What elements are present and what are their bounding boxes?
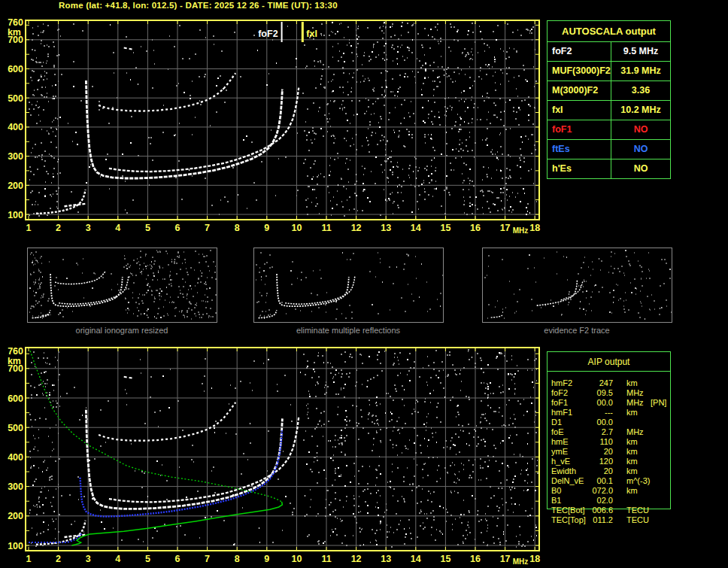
aip-row-hme: hmE110km xyxy=(547,437,678,447)
trace-green_top xyxy=(30,351,282,502)
autoscala-row-fof1: foF1NO xyxy=(548,120,670,140)
aip-row-hve: h_vE120km xyxy=(547,457,678,466)
aip-row-foe: foE2.7MHz xyxy=(547,427,678,437)
thumbnail-noise-white xyxy=(29,260,211,317)
parameter-name: D1 xyxy=(551,418,562,427)
x-tick-label: 12 xyxy=(351,223,362,233)
parameter-value: 247 xyxy=(566,378,613,387)
parameter-value: NO xyxy=(611,120,670,139)
autoscala-row-m3000f2: M(3000)F23.36 xyxy=(548,81,670,101)
parameter-label: MUF(3000)F2 xyxy=(548,62,611,80)
aip-row-fof2: foF209.5MHz xyxy=(547,388,678,398)
x-tick-label: 8 xyxy=(235,554,240,564)
x-tick-label: 7 xyxy=(205,554,210,564)
grid-lines xyxy=(26,21,538,219)
y-tick-label: 500 xyxy=(8,93,23,104)
autoscala-row-muf3000f2: MUF(3000)F231.9 MHz xyxy=(548,62,670,81)
y-tick-label: 200 xyxy=(8,511,23,521)
parameter-unit: m^(-3) xyxy=(626,476,650,485)
thumbnail-trace-Xrise xyxy=(561,281,583,300)
parameter-value: 9.5 MHz xyxy=(611,42,670,61)
aip-row-b0: B0072.0km xyxy=(547,486,678,496)
thumbnail-trace-E xyxy=(259,310,277,318)
parameter-value: 2.7 xyxy=(566,427,613,436)
y-tick-label: 400 xyxy=(8,452,23,463)
parameter-value: NO xyxy=(611,140,670,159)
x-tick-label: 15 xyxy=(440,554,450,564)
parameter-name: foE xyxy=(551,427,564,436)
thumbnail-trace-X xyxy=(59,276,129,304)
trace-hop2 xyxy=(99,402,235,441)
y-tick-label: 600 xyxy=(8,64,23,74)
parameter-value: 00.0 xyxy=(566,418,613,427)
trace-dash_high xyxy=(124,48,133,50)
thumbnail-trace-O xyxy=(277,274,349,306)
marker-label-foF2: foF2 xyxy=(258,29,278,39)
parameter-unit: km xyxy=(626,437,638,446)
parameter-value: 10.2 MHz xyxy=(611,101,670,120)
bottom-ionogram-plot: 123456789101112131415161718MHz7607006005… xyxy=(8,346,540,566)
parameter-name: B0 xyxy=(551,486,561,495)
parameter-label: foF2 xyxy=(548,42,611,61)
thumbnail-3 xyxy=(483,248,672,323)
autoscala-screen: Rome (lat: +41.8, lon: 012.5) - DATE: 20… xyxy=(0,0,728,568)
trace-X xyxy=(109,418,299,503)
autoscala-table-rows: foF29.5 MHzMUF(3000)F231.9 MHzM(3000)F23… xyxy=(548,42,670,178)
parameter-value: --- xyxy=(566,408,613,417)
y-tick-label: 200 xyxy=(8,181,23,191)
x-tick-label: 6 xyxy=(175,554,180,564)
parameter-label: ftEs xyxy=(548,140,611,159)
y-tick-label: 300 xyxy=(8,481,23,492)
parameter-unit: km xyxy=(626,486,638,495)
thumbnail-noise-white xyxy=(502,251,671,319)
trace-O xyxy=(86,410,282,509)
parameter-value: 072.0 xyxy=(566,486,613,495)
axis-ticks xyxy=(26,21,538,219)
thumbnail-noise-gray xyxy=(256,253,443,319)
x-tick-label: 16 xyxy=(470,223,481,233)
thumbnail-trace-hop2 xyxy=(55,272,105,284)
aip-table-rows: hmF2247kmfoF209.5MHzfoF100.0MHz[PN]hmF1-… xyxy=(547,378,678,525)
aip-row-b1: B102.0 xyxy=(547,496,678,506)
x-tick-label: 15 xyxy=(440,223,450,233)
parameter-unit: km xyxy=(626,447,638,456)
parameter-unit: km xyxy=(626,408,638,417)
aip-row-delnve: DelN_vE00.1m^(-3) xyxy=(547,476,678,486)
parameter-value: 011.2 xyxy=(566,515,613,524)
parameter-value: 3.36 xyxy=(611,81,670,100)
grid-lines xyxy=(26,348,538,550)
y-tick-label: 100 xyxy=(8,541,23,551)
parameter-value: NO xyxy=(611,159,670,178)
x-tick-label: 2 xyxy=(56,223,61,233)
parameter-name: foF2 xyxy=(551,388,568,397)
y-tick-label: 760 xyxy=(8,17,23,28)
x-tick-label: 4 xyxy=(115,554,120,564)
aip-row-fof1: foF100.0MHz[PN] xyxy=(547,398,678,408)
x-tick-label: 11 xyxy=(321,223,331,233)
x-tick-label: 4 xyxy=(115,223,120,233)
parameter-value: 00.0 xyxy=(566,398,613,407)
aip-row-hmf1: hmF1---km xyxy=(547,408,678,418)
x-tick-label: 16 xyxy=(470,554,481,564)
parameter-unit: TECU xyxy=(626,515,649,524)
thumbnail-trace-E_short xyxy=(491,315,502,317)
trace-dash_high xyxy=(124,377,133,378)
x-tick-label: 2 xyxy=(56,554,61,564)
aip-row-tectop: TEC[Top]011.2TECU xyxy=(547,515,678,525)
trace-X xyxy=(109,88,299,172)
parameter-note: [PN] xyxy=(651,398,666,407)
thumbnail-noise-white xyxy=(261,253,441,318)
parameter-value: 120 xyxy=(566,457,613,466)
x-tick-label: 12 xyxy=(351,554,362,564)
thumbnail-trace-X xyxy=(285,276,355,304)
x-tick-label: 14 xyxy=(411,554,421,564)
thumbnail-caption-original: original ionogram resized xyxy=(27,326,217,335)
trace-E xyxy=(36,190,86,214)
x-axis-unit-label: MHz xyxy=(513,557,529,566)
parameter-unit: km xyxy=(626,457,638,466)
x-tick-label: 17 xyxy=(500,554,511,564)
x-tick-label: 13 xyxy=(381,223,391,233)
x-tick-label: 14 xyxy=(411,223,421,233)
x-tick-label: 13 xyxy=(381,554,391,564)
x-tick-label: 3 xyxy=(86,554,91,564)
